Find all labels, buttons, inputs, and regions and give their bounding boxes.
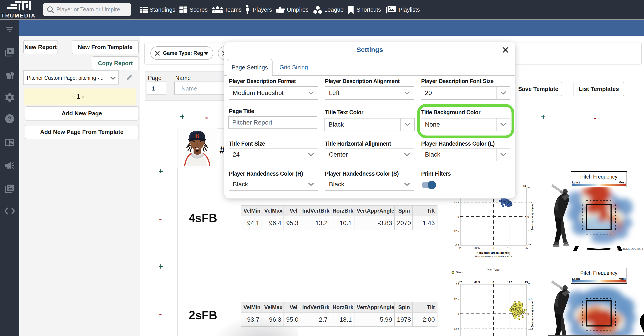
- svg-text:25: 25: [525, 281, 528, 283]
- svg-text:0: 0: [458, 312, 459, 315]
- svg-text:Least: Least: [572, 181, 580, 184]
- svg-text:12.5: 12.5: [454, 201, 459, 204]
- svg-text:-12.5: -12.5: [474, 281, 480, 283]
- svg-text:25: 25: [528, 283, 530, 286]
- svg-text:B: B: [195, 132, 200, 139]
- svg-text:-12.5: -12.5: [453, 327, 459, 330]
- svg-text:25: 25: [528, 187, 530, 189]
- svg-text:Vertical Break (inches): Vertical Break (inches): [531, 203, 534, 230]
- svg-text:0: 0: [528, 215, 529, 218]
- svg-text:Least: Least: [572, 277, 580, 280]
- svg-text:25: 25: [525, 247, 528, 249]
- svg-text:-25: -25: [528, 244, 531, 247]
- svg-text:Most: Most: [619, 277, 626, 280]
- svg-text:?: ?: [8, 115, 12, 122]
- svg-text:-12.5: -12.5: [528, 230, 533, 232]
- svg-text:Pitch Frequency: Pitch Frequency: [580, 174, 618, 180]
- svg-text:0: 0: [458, 215, 459, 218]
- svg-text:Vertical Break (inches): Vertical Break (inches): [531, 301, 534, 327]
- svg-text:Pitch Frequency: Pitch Frequency: [580, 270, 618, 276]
- svg-text:-25: -25: [458, 281, 462, 283]
- svg-text:© TRUMEDIA 2024: © TRUMEDIA 2024: [617, 247, 643, 250]
- svg-text:-12.5: -12.5: [474, 247, 480, 249]
- svg-text:12.5: 12.5: [528, 298, 532, 300]
- svg-text:Most: Most: [619, 181, 626, 184]
- svg-text:25: 25: [523, 185, 526, 188]
- svg-text:12.5: 12.5: [507, 281, 512, 283]
- svg-text:0: 0: [528, 312, 529, 315]
- svg-text:Pitch movement from pitcher's: Pitch movement from pitcher's POV: [475, 255, 512, 258]
- svg-text:-25: -25: [458, 247, 462, 249]
- svg-text:0: 0: [492, 281, 494, 283]
- svg-text:-25: -25: [455, 244, 459, 247]
- svg-text:12.5: 12.5: [507, 247, 512, 249]
- svg-text:-12.5: -12.5: [453, 230, 459, 232]
- svg-text:0: 0: [492, 247, 494, 249]
- svg-text:-12.5: -12.5: [528, 327, 533, 330]
- svg-text:Horizontal Break (inches): Horizontal Break (inches): [476, 251, 510, 254]
- svg-text:12.5: 12.5: [454, 298, 459, 300]
